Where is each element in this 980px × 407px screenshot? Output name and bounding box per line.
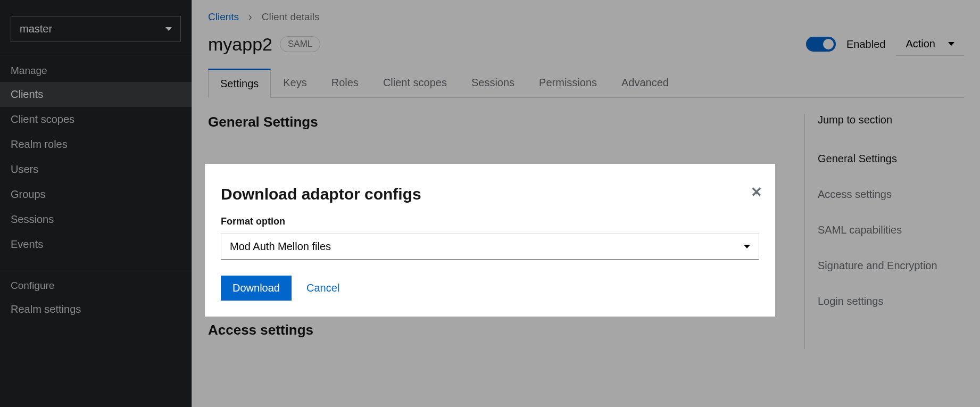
download-adaptor-modal: ✕ Download adaptor configs Format option…: [205, 164, 775, 317]
modal-actions: Download Cancel: [221, 276, 759, 301]
caret-down-icon: [744, 245, 750, 248]
close-icon[interactable]: ✕: [751, 184, 762, 201]
format-option-select[interactable]: Mod Auth Mellon files: [221, 234, 759, 260]
download-button[interactable]: Download: [221, 276, 292, 301]
modal-title: Download adaptor configs: [221, 185, 759, 203]
cancel-button[interactable]: Cancel: [306, 282, 339, 294]
modal-overlay[interactable]: ✕ Download adaptor configs Format option…: [0, 0, 980, 407]
format-option-value: Mod Auth Mellon files: [230, 240, 331, 253]
format-option-label: Format option: [221, 216, 759, 227]
